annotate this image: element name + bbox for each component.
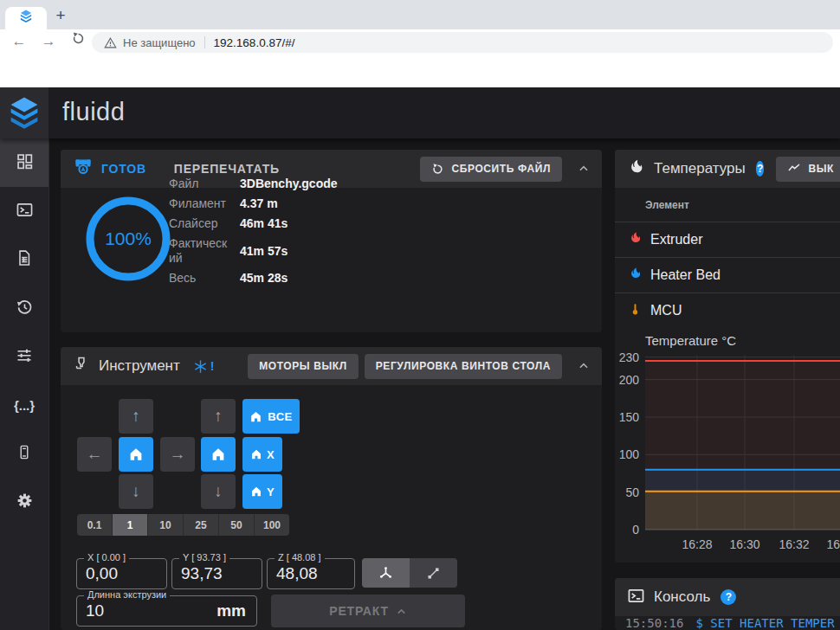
flame-icon <box>628 231 643 249</box>
jog-y-minus-button[interactable]: ↓ <box>119 474 153 509</box>
back-icon[interactable]: ← <box>9 31 29 52</box>
reset-file-button[interactable]: СБРОСИТЬ ФАЙЛ <box>420 157 562 182</box>
home-z-button[interactable] <box>201 437 236 472</box>
chart-title: Temperature °C <box>645 333 736 348</box>
url-text[interactable]: 192.168.0.87/#/ <box>214 36 295 49</box>
jog-x-plus-button[interactable]: → <box>160 437 195 472</box>
forward-icon[interactable]: → <box>38 31 59 52</box>
sidebar-item-jobs[interactable] <box>0 235 48 284</box>
tool-panel: Инструмент ! МОТОРЫ ВЫКЛ РЕГУЛИРОВКА ВИН… <box>61 347 602 630</box>
temps-panel-header: Температуры ? ВЫК <box>615 150 840 188</box>
distance-10-button[interactable]: 10 <box>148 514 184 536</box>
distance-0.1-button[interactable]: 0.1 <box>77 514 113 536</box>
printer-state: ГОТОВ <box>101 162 146 176</box>
detail-row: Файл3DBenchy.gcode <box>169 174 429 194</box>
detail-row: Слайсер46m 41s <box>169 214 429 234</box>
detail-row: Весь45m 28s <box>169 268 429 288</box>
console-panel-title: Консоль <box>654 588 710 606</box>
distance-1-button[interactable]: 1 <box>113 514 148 536</box>
print-progress-ring: 100% <box>76 187 180 291</box>
part-fan-icon[interactable]: ! <box>192 358 215 375</box>
home-all-button[interactable]: ВСЕ <box>242 399 300 434</box>
console-panel-header: Консоль ? <box>615 578 840 616</box>
relative-move-button[interactable] <box>410 558 457 588</box>
distance-25-button[interactable]: 25 <box>184 514 219 536</box>
jog-y-plus-button[interactable]: ↑ <box>119 399 153 434</box>
detail-row: Филамент4.37 m <box>169 194 429 214</box>
console-line[interactable]: 15:50:16$ SET_HEATER_TEMPER <box>625 616 835 630</box>
temps-table-header: Элемент <box>615 188 840 222</box>
distance-100-button[interactable]: 100 <box>255 514 289 536</box>
omnibox-divider <box>204 36 205 48</box>
home-x-button[interactable]: X <box>242 437 282 472</box>
svg-text:16:34: 16:34 <box>826 537 840 551</box>
sidebar-item-history[interactable] <box>0 284 48 332</box>
fluidd-logo-icon[interactable] <box>0 87 48 138</box>
svg-text:16:30: 16:30 <box>729 537 759 551</box>
help-icon[interactable]: ? <box>756 161 765 177</box>
home-xy-button[interactable] <box>119 437 153 472</box>
app-bar: fluidd <box>0 87 840 138</box>
collapse-icon[interactable] <box>578 360 590 372</box>
gear-icon <box>16 492 34 513</box>
bed-screws-button[interactable]: РЕГУЛИРОВКА ВИНТОВ СТОЛА <box>365 354 562 379</box>
temps-chart-toggle-button[interactable]: ВЫК <box>776 157 840 182</box>
browser-tab[interactable] <box>5 7 47 29</box>
temp-row-mcu[interactable]: MCU <box>615 292 840 328</box>
motors-off-button[interactable]: МОТОРЫ ВЫКЛ <box>248 354 359 379</box>
new-tab-button[interactable]: + <box>50 5 71 26</box>
temp-row-extruder[interactable]: Extruder <box>615 222 840 257</box>
printer-status-icon <box>73 157 94 181</box>
distance-50-button[interactable]: 50 <box>219 514 255 536</box>
page-gap <box>0 54 840 87</box>
flame-icon <box>628 267 643 285</box>
history-icon <box>16 298 34 319</box>
dashboard-icon <box>16 152 34 174</box>
detail-row: Фактический41m 57s <box>169 234 429 268</box>
sidebar-item-console[interactable] <box>0 187 48 235</box>
fan-alert: ! <box>210 359 215 373</box>
status-panel: ГОТОВ ПЕРЕПЕЧАТАТЬ СБРОСИТЬ ФАЙЛ 100% Фа… <box>61 150 602 332</box>
absolute-move-button[interactable] <box>362 558 410 588</box>
sidebar-item-tune[interactable] <box>0 332 48 381</box>
svg-text:0: 0 <box>632 523 639 537</box>
temp-row-heater-bed[interactable]: Heater Bed <box>615 257 840 292</box>
security-label[interactable]: Не защищено <box>123 36 196 49</box>
braces-icon: {...} <box>14 398 35 413</box>
svg-text:200: 200 <box>619 373 640 387</box>
sidebar-item-system[interactable] <box>0 429 48 478</box>
retract-button[interactable]: РЕТРАКТ <box>271 595 465 627</box>
x-position-field[interactable]: X [ 0.00 ] 0,00 <box>76 558 167 589</box>
temperature-chart[interactable]: Temperature °C 16:2816:3016:3216:3405010… <box>615 325 840 556</box>
refresh-icon <box>431 163 444 176</box>
jog-x-minus-button[interactable]: ← <box>77 437 112 472</box>
jog-z-plus-button[interactable]: ↑ <box>201 399 236 434</box>
temperatures-panel: Температуры ? ВЫК Элемент Extruder Heate… <box>615 150 840 562</box>
reload-icon[interactable] <box>68 31 88 52</box>
svg-text:50: 50 <box>625 485 639 499</box>
sidebar-item-dashboard[interactable] <box>0 138 48 187</box>
help-icon[interactable]: ? <box>720 589 736 605</box>
console-icon <box>16 201 34 222</box>
temps-panel-title: Температуры <box>654 160 746 177</box>
tune-icon <box>16 346 33 367</box>
home-y-button[interactable]: Y <box>242 474 282 509</box>
file-icon <box>16 249 33 270</box>
move-distance-group: 0.1 1 10 25 50 100 <box>77 514 289 536</box>
tool-panel-header: Инструмент ! МОТОРЫ ВЫКЛ РЕГУЛИРОВКА ВИН… <box>61 347 602 385</box>
svg-text:16:28: 16:28 <box>682 537 712 551</box>
svg-text:100: 100 <box>619 447 640 461</box>
z-position-field[interactable]: Z [ 48.08 ] 48,08 <box>267 558 355 589</box>
browser-tabstrip: + <box>0 0 840 29</box>
jog-z-minus-button[interactable]: ↓ <box>201 474 236 509</box>
print-details: Файл3DBenchy.gcode Филамент4.37 m Слайсе… <box>169 174 429 288</box>
sidebar-item-configure[interactable]: {...} <box>0 381 48 429</box>
sidebar-item-settings[interactable] <box>0 478 48 526</box>
collapse-icon[interactable] <box>578 163 590 175</box>
y-position-field[interactable]: Y [ 93.73 ] 93,73 <box>171 558 262 589</box>
url-bar[interactable]: Не защищено 192.168.0.87/#/ <box>92 32 833 53</box>
fluidd-favicon-icon <box>19 10 33 27</box>
svg-text:230: 230 <box>619 350 640 364</box>
server-icon <box>16 443 32 465</box>
extrusion-length-field[interactable]: Длинна экструзии 10 mm <box>76 595 257 627</box>
